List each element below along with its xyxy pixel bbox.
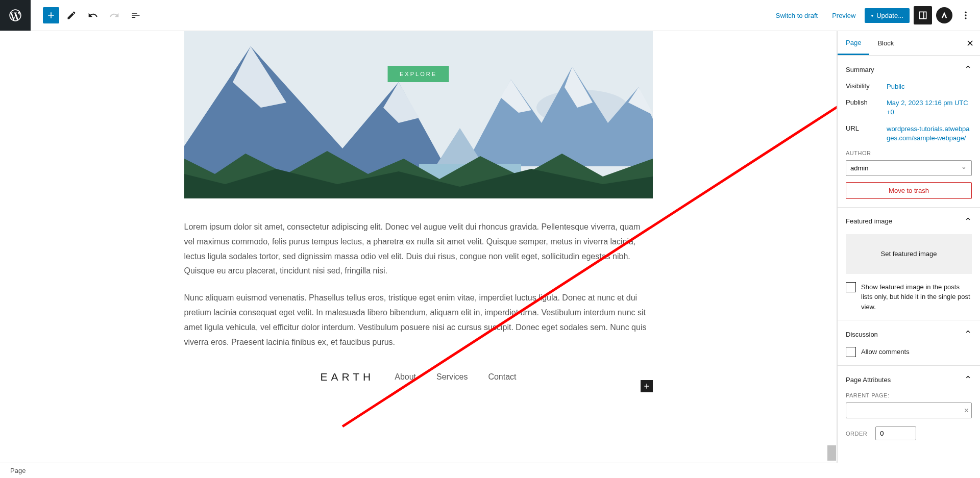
switch-to-draft-button[interactable]: Switch to draft xyxy=(771,9,823,22)
footer-link-services[interactable]: Services xyxy=(436,372,468,382)
panel-attributes-toggle[interactable]: Page Attributes ⌃ xyxy=(846,374,972,385)
tab-page[interactable]: Page xyxy=(838,31,869,55)
featured-hide-checkbox[interactable] xyxy=(846,282,856,292)
close-sidebar-icon[interactable]: ✕ xyxy=(964,36,976,51)
svg-point-1 xyxy=(965,14,966,16)
hero-cover-image[interactable]: EXPLORE xyxy=(184,31,653,198)
add-block-button[interactable] xyxy=(43,7,59,23)
panel-discussion-title: Discussion xyxy=(846,331,878,338)
panel-featured-toggle[interactable]: Featured image ⌃ xyxy=(846,216,972,227)
set-featured-image-button[interactable]: Set featured image xyxy=(846,234,972,274)
featured-checkbox-label: Show featured image in the posts lists o… xyxy=(861,282,972,312)
panel-summary-title: Summary xyxy=(846,66,874,73)
move-to-trash-button[interactable]: Move to trash xyxy=(846,182,972,199)
allow-comments-label: Allow comments xyxy=(861,347,910,357)
explore-button[interactable]: EXPLORE xyxy=(387,66,449,82)
footer-link-about[interactable]: About xyxy=(395,372,416,382)
wordpress-logo[interactable] xyxy=(0,0,31,31)
chevron-up-icon: ⌃ xyxy=(964,374,972,385)
allow-comments-checkbox[interactable] xyxy=(846,347,856,357)
chevron-up-icon: ⌃ xyxy=(964,329,972,340)
author-select[interactable] xyxy=(846,160,972,176)
order-label: ORDER xyxy=(846,431,867,437)
panel-attributes-title: Page Attributes xyxy=(846,376,891,384)
publish-label: Publish xyxy=(846,98,887,117)
url-value[interactable]: wordpress-tutorials.atwebpages.com/sampl… xyxy=(887,124,972,143)
svg-point-2 xyxy=(965,17,966,19)
tab-block[interactable]: Block xyxy=(869,31,902,55)
panel-discussion-toggle[interactable]: Discussion ⌃ xyxy=(846,329,972,340)
more-options-icon[interactable] xyxy=(957,6,975,24)
panel-summary-toggle[interactable]: Summary ⌃ xyxy=(846,64,972,75)
chevron-up-icon: ⌃ xyxy=(964,216,972,227)
visibility-value[interactable]: Public xyxy=(887,82,972,91)
visibility-label: Visibility xyxy=(846,82,887,91)
editor-scrollbar[interactable] xyxy=(827,31,837,463)
settings-sidebar-toggle[interactable] xyxy=(914,6,932,24)
preview-button[interactable]: Preview xyxy=(827,9,861,22)
update-button[interactable]: Update... xyxy=(865,8,910,23)
redo-icon xyxy=(105,6,124,24)
edit-tool-icon[interactable] xyxy=(62,6,81,24)
paragraph-2[interactable]: Nunc aliquam euismod venenatis. Phasellu… xyxy=(184,291,653,349)
parent-page-input[interactable] xyxy=(846,402,972,418)
order-input[interactable] xyxy=(875,426,916,440)
add-block-inline-button[interactable] xyxy=(641,380,653,392)
svg-point-0 xyxy=(965,12,966,13)
chevron-up-icon: ⌃ xyxy=(964,64,972,75)
parent-page-label: PARENT PAGE: xyxy=(846,392,972,398)
undo-icon[interactable] xyxy=(84,6,102,24)
publish-value[interactable]: May 2, 2023 12:16 pm UTC+0 xyxy=(887,98,972,117)
panel-featured-title: Featured image xyxy=(846,217,892,225)
paragraph-1[interactable]: Lorem ipsum dolor sit amet, consectetur … xyxy=(184,220,653,279)
list-view-icon[interactable] xyxy=(127,6,145,24)
footer-link-contact[interactable]: Contact xyxy=(488,372,516,382)
clear-parent-icon[interactable]: × xyxy=(964,406,969,415)
footer-navigation: EARTH About Services Contact xyxy=(184,362,653,392)
author-label: AUTHOR xyxy=(846,150,972,156)
url-label: URL xyxy=(846,124,887,143)
breadcrumb[interactable]: Page xyxy=(10,467,26,474)
brand-logo-text[interactable]: EARTH xyxy=(320,371,374,383)
astra-icon[interactable] xyxy=(936,7,952,23)
